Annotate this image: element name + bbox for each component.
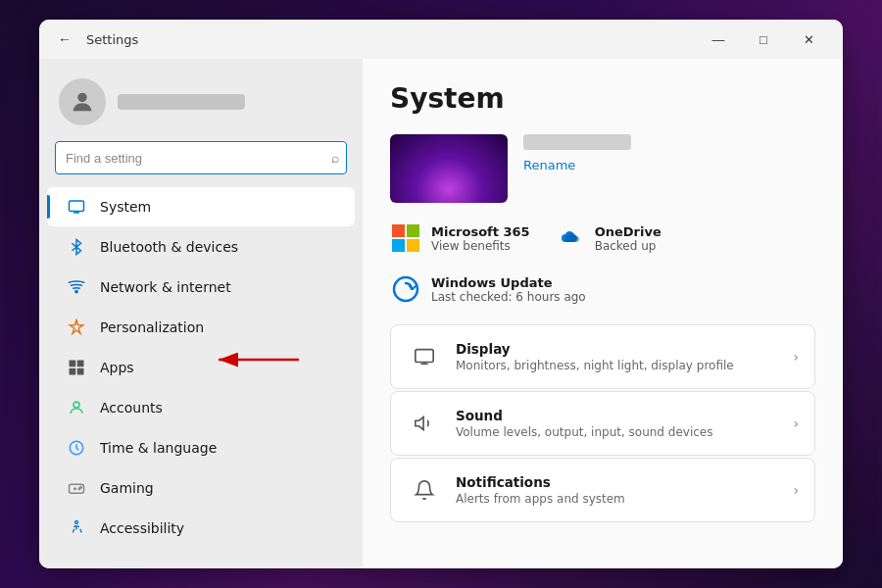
sidebar-item-accounts-label: Accounts (100, 400, 163, 416)
apps-nav-wrapper: Apps (39, 348, 363, 387)
display-title: Display (456, 341, 779, 357)
svg-rect-5 (70, 361, 76, 368)
sidebar-item-system-label: System (100, 199, 151, 215)
sidebar-item-personalization-label: Personalization (100, 319, 204, 335)
settings-window: ← Settings — □ ✕ ⌕ (39, 20, 843, 568)
onedrive-status: Backed up (595, 239, 662, 253)
sidebar-item-network[interactable]: Network & internet (47, 268, 355, 307)
windows-update-info: Windows Update Last checked: 6 hours ago (431, 275, 586, 304)
window-controls: — □ ✕ (696, 24, 831, 55)
windows-update-name: Windows Update (431, 275, 586, 290)
search-input[interactable] (55, 141, 347, 174)
sidebar-item-personalization[interactable]: Personalization (47, 308, 355, 347)
apps-icon (67, 358, 86, 377)
sidebar: ⌕ System Bluetooth & devices (39, 59, 363, 568)
svg-rect-22 (416, 350, 433, 363)
username-placeholder (118, 94, 245, 110)
sidebar-item-apps-label: Apps (100, 360, 134, 375)
system-icon (67, 197, 86, 217)
svg-point-15 (80, 487, 82, 489)
sidebar-item-gaming[interactable]: Gaming (47, 468, 355, 508)
sidebar-item-system[interactable]: System (47, 187, 355, 226)
settings-cards-list: Display Monitors, brightness, night ligh… (390, 324, 815, 522)
sidebar-item-time-label: Time & language (100, 440, 217, 456)
sound-title: Sound (456, 408, 779, 423)
microsoft365-name: Microsoft 365 (431, 224, 530, 239)
gaming-icon (67, 478, 86, 498)
sidebar-nav: System Bluetooth & devices Network & int… (39, 186, 363, 557)
search-icon: ⌕ (331, 150, 339, 166)
notifications-info: Notifications Alerts from apps and syste… (456, 474, 779, 506)
minimize-button[interactable]: — (696, 24, 741, 55)
maximize-button[interactable]: □ (741, 24, 786, 55)
svg-rect-8 (77, 368, 84, 375)
display-desc: Monitors, brightness, night light, displ… (456, 359, 779, 372)
svg-marker-25 (416, 417, 423, 430)
svg-point-11 (74, 402, 79, 408)
network-icon (67, 277, 86, 297)
service-microsoft365: Microsoft 365 View benefits (390, 222, 530, 254)
sidebar-item-network-label: Network & internet (100, 279, 231, 295)
sidebar-item-accounts[interactable]: Accounts (47, 388, 355, 427)
sound-desc: Volume levels, output, input, sound devi… (456, 425, 779, 439)
svg-rect-18 (407, 224, 419, 237)
svg-point-4 (75, 290, 77, 292)
svg-point-16 (75, 521, 78, 524)
accounts-icon (67, 398, 86, 417)
sound-chevron: › (793, 416, 799, 431)
system-services: Microsoft 365 View benefits OneDrive Bac… (390, 222, 815, 254)
system-header: Rename (390, 134, 815, 203)
avatar (59, 78, 106, 125)
svg-point-0 (77, 93, 86, 102)
windows-update-status: Last checked: 6 hours ago (431, 290, 586, 304)
main-content: System Rename (363, 59, 843, 568)
close-button[interactable]: ✕ (786, 24, 831, 55)
svg-rect-6 (77, 361, 84, 368)
svg-rect-19 (392, 239, 405, 252)
notifications-desc: Alerts from apps and system (456, 492, 779, 506)
sidebar-user (39, 71, 363, 141)
onedrive-name: OneDrive (595, 224, 662, 239)
svg-rect-17 (392, 224, 405, 237)
window-title: Settings (86, 32, 696, 47)
display-info: Display Monitors, brightness, night ligh… (456, 341, 779, 372)
notifications-icon (407, 472, 442, 508)
settings-card-notifications[interactable]: Notifications Alerts from apps and syste… (390, 458, 815, 522)
sidebar-item-bluetooth-label: Bluetooth & devices (100, 239, 238, 255)
svg-rect-1 (70, 201, 84, 212)
rename-link[interactable]: Rename (523, 158, 575, 172)
time-icon (67, 438, 86, 458)
titlebar: ← Settings — □ ✕ (39, 20, 843, 59)
windows-update-item: Windows Update Last checked: 6 hours ago (390, 273, 815, 305)
back-button[interactable]: ← (51, 25, 78, 53)
sidebar-item-apps[interactable]: Apps (47, 348, 355, 387)
page-title: System (390, 82, 815, 115)
settings-card-sound[interactable]: Sound Volume levels, output, input, soun… (390, 391, 815, 456)
onedrive-info: OneDrive Backed up (595, 224, 662, 253)
content-area: ⌕ System Bluetooth & devices (39, 59, 843, 568)
sidebar-item-time[interactable]: Time & language (47, 428, 355, 467)
settings-card-display[interactable]: Display Monitors, brightness, night ligh… (390, 324, 815, 389)
sound-icon (407, 406, 442, 441)
system-computer-info: Rename (523, 134, 631, 172)
svg-rect-7 (70, 368, 76, 375)
windows-update-icon (390, 273, 421, 305)
bluetooth-icon (67, 237, 86, 257)
accessibility-icon (67, 518, 86, 538)
sidebar-item-accessibility-label: Accessibility (100, 520, 184, 536)
sidebar-item-gaming-label: Gaming (100, 480, 154, 496)
sidebar-item-bluetooth[interactable]: Bluetooth & devices (47, 227, 355, 267)
microsoft365-info: Microsoft 365 View benefits (431, 224, 530, 253)
sidebar-item-accessibility[interactable]: Accessibility (47, 509, 355, 548)
service-onedrive: OneDrive Backed up (554, 222, 662, 254)
display-icon (407, 339, 442, 374)
notifications-chevron: › (793, 482, 799, 498)
sound-info: Sound Volume levels, output, input, soun… (456, 408, 779, 439)
notifications-title: Notifications (456, 474, 779, 490)
search-container: ⌕ (55, 141, 347, 174)
onedrive-icon (554, 222, 585, 254)
computer-name-placeholder (523, 134, 631, 150)
system-wallpaper-thumbnail (390, 134, 508, 203)
microsoft365-status[interactable]: View benefits (431, 239, 530, 253)
microsoft365-icon (390, 222, 421, 254)
